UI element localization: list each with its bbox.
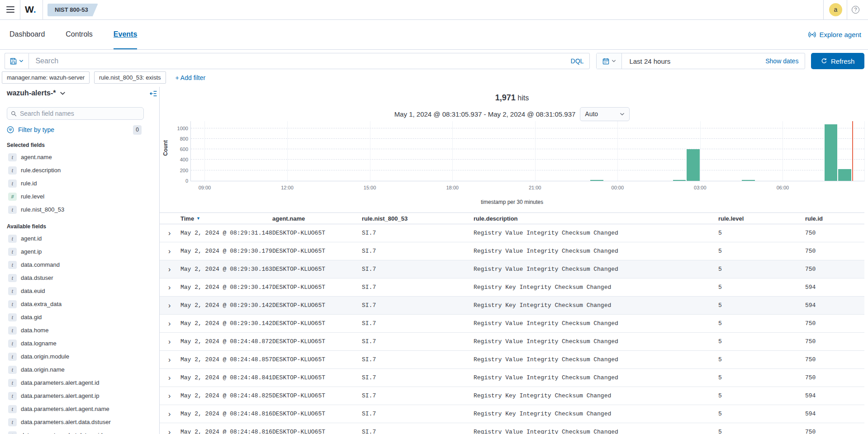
field-item[interactable]: t agent.id [7,232,147,245]
menu-icon[interactable] [6,6,14,13]
histogram-bar[interactable] [687,149,699,181]
expand-row-icon[interactable] [166,356,180,364]
cell-agent-name[interactable]: DESKTOP-KLUO65T [272,410,362,417]
cell-rule-id[interactable]: 750 [805,248,864,255]
expand-row-icon[interactable] [166,410,180,418]
show-dates-button[interactable]: Show dates [765,57,805,65]
cell-rule-id[interactable]: 750 [805,356,864,363]
expand-row-icon[interactable] [166,283,180,292]
cell-rule-id[interactable]: 750 [805,429,864,434]
histogram-bar[interactable] [825,124,837,181]
search-input[interactable] [29,57,564,65]
field-item[interactable]: t data.parameters.alert.data.dstuser [7,415,147,429]
field-item[interactable]: t data.extra_data [7,297,147,311]
cell-agent-name[interactable]: DESKTOP-KLUO65T [272,230,362,236]
column-header-agent-name[interactable]: agent.name [272,215,362,222]
expand-row-icon[interactable] [166,302,180,310]
table-row[interactable]: May 2, 2024 @ 08:24:48.816 DESKTOP-KLUO6… [160,405,864,423]
cell-agent-name[interactable]: DESKTOP-KLUO65T [272,248,362,255]
cell-agent-name[interactable]: DESKTOP-KLUO65T [272,374,362,381]
column-header-time[interactable]: Time▼ [180,215,272,222]
cell-agent-name[interactable]: DESKTOP-KLUO65T [272,392,362,399]
cell-rule-id[interactable]: 594 [805,410,864,417]
column-header-nist[interactable]: rule.nist_800_53 [362,215,474,222]
field-item[interactable]: t data.origin.name [7,363,147,376]
cell-rule-id[interactable]: 750 [805,374,864,381]
breadcrumb[interactable]: NIST 800-53 [47,4,98,16]
avatar[interactable]: a [829,3,842,16]
table-row[interactable]: May 2, 2024 @ 08:29:31.148 DESKTOP-KLUO6… [160,224,864,242]
add-filter-button[interactable]: + Add filter [175,74,206,81]
expand-row-icon[interactable] [166,229,180,237]
expand-row-icon[interactable] [166,428,180,434]
field-item[interactable]: t data.parameters.alert.agent.ip [7,389,147,402]
cell-rule-id[interactable]: 750 [805,338,864,345]
explore-agent-button[interactable]: Explore agent [808,20,861,49]
column-header-level[interactable]: rule.level [718,215,805,222]
help-icon[interactable]: ? [852,6,859,14]
saved-query-menu-button[interactable] [5,53,28,69]
cell-agent-name[interactable]: DESKTOP-KLUO65T [272,429,362,434]
field-item[interactable]: t data.euid [7,284,147,297]
expand-row-icon[interactable] [166,320,180,328]
wazuh-logo[interactable]: W. [25,4,36,15]
field-item[interactable]: t rule.nist_800_53 [7,203,147,216]
cell-rule-id[interactable]: 750 [805,320,864,327]
table-row[interactable]: May 2, 2024 @ 08:29:30.142 DESKTOP-KLUO6… [160,297,864,315]
field-item[interactable]: t data.gid [7,311,147,324]
tab[interactable]: Controls [66,20,93,49]
cell-rule-id[interactable]: 750 [805,230,864,236]
tab[interactable]: Events [114,20,137,49]
expand-row-icon[interactable] [166,265,180,274]
cell-agent-name[interactable]: DESKTOP-KLUO65T [272,266,362,273]
cell-rule-id[interactable]: 594 [805,392,864,399]
field-item[interactable]: t rule.id [7,177,147,190]
table-row[interactable]: May 2, 2024 @ 08:24:48.816 DESKTOP-KLUO6… [160,423,864,434]
interval-select[interactable]: Auto [580,107,630,121]
field-item[interactable]: t data.command [7,258,147,271]
refresh-button[interactable]: Refresh [811,53,864,69]
table-row[interactable]: May 2, 2024 @ 08:24:48.841 DESKTOP-KLUO6… [160,369,864,387]
expand-row-icon[interactable] [166,392,180,400]
cell-agent-name[interactable]: DESKTOP-KLUO65T [272,284,362,291]
table-row[interactable]: May 2, 2024 @ 08:24:48.825 DESKTOP-KLUO6… [160,387,864,405]
cell-rule-id[interactable]: 594 [805,284,864,291]
field-item[interactable]: t data.dstuser [7,271,147,284]
table-row[interactable]: May 2, 2024 @ 08:29:30.147 DESKTOP-KLUO6… [160,278,864,297]
chevron-down-icon[interactable] [60,90,66,96]
column-header-rule-id[interactable]: rule.id [805,215,864,222]
cell-agent-name[interactable]: DESKTOP-KLUO65T [272,338,362,345]
dql-language-button[interactable]: DQL [565,57,590,65]
field-item[interactable]: t data.parameters.alert.data.euid [7,429,147,434]
field-item[interactable]: # rule.level [7,190,147,203]
cell-rule-id[interactable]: 594 [805,302,864,309]
field-item[interactable]: t data.parameters.alert.agent.id [7,376,147,389]
field-item[interactable]: t data.origin.module [7,350,147,363]
filter-pill[interactable]: manager.name: wazuh-server [2,71,90,84]
histogram-bar[interactable] [673,180,686,181]
table-row[interactable]: May 2, 2024 @ 08:29:30.163 DESKTOP-KLUO6… [160,260,864,278]
filter-by-type-button[interactable]: Filter by type [18,126,54,133]
calendar-menu-button[interactable] [597,53,622,69]
field-item[interactable]: t rule.description [7,164,147,177]
collapse-sidebar-icon[interactable] [150,90,157,97]
sort-desc-icon[interactable]: ▼ [196,216,200,221]
filter-pill[interactable]: rule.nist_800_53: exists [94,71,166,84]
field-item[interactable]: t data.logname [7,337,147,350]
field-search-input[interactable] [20,110,140,117]
cell-agent-name[interactable]: DESKTOP-KLUO65T [272,356,362,363]
table-row[interactable]: May 2, 2024 @ 08:24:48.872 DESKTOP-KLUO6… [160,333,864,351]
field-item[interactable]: t agent.name [7,151,147,164]
field-item[interactable]: t data.parameters.alert.agent.name [7,402,147,415]
expand-row-icon[interactable] [166,247,180,255]
cell-rule-id[interactable]: 750 [805,266,864,273]
histogram-bar[interactable] [742,180,754,181]
expand-row-icon[interactable] [166,338,180,346]
histogram-bar[interactable] [838,169,851,181]
column-header-description[interactable]: rule.description [474,215,718,222]
time-range-value[interactable]: Last 24 hours [622,57,765,65]
histogram-bar[interactable] [590,180,603,181]
table-row[interactable]: May 2, 2024 @ 08:24:48.857 DESKTOP-KLUO6… [160,351,864,369]
tab[interactable]: Dashboard [9,20,45,49]
expand-row-icon[interactable] [166,374,180,382]
